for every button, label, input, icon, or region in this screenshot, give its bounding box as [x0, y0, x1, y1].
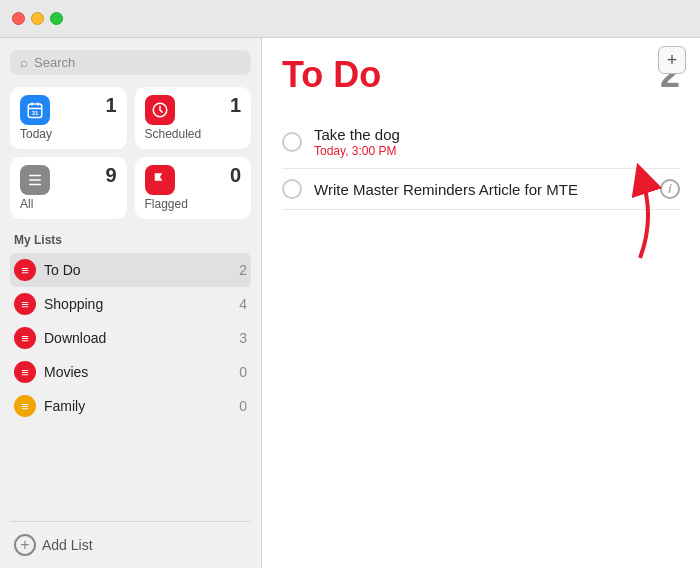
- all-count: 9: [105, 165, 116, 185]
- today-count: 1: [105, 95, 116, 115]
- reminder-item-2: Write Master Reminders Article for MTE i: [282, 169, 680, 210]
- movies-dot: ≡: [14, 361, 36, 383]
- svg-text:31: 31: [32, 110, 39, 116]
- scheduled-count: 1: [230, 95, 241, 115]
- family-count: 0: [239, 398, 247, 414]
- todo-name: To Do: [44, 262, 231, 278]
- reminder-check-1[interactable]: [282, 132, 302, 152]
- list-item-download[interactable]: ≡ Download 3: [10, 321, 251, 355]
- traffic-lights: [12, 12, 63, 25]
- titlebar: [0, 0, 700, 38]
- smart-list-all[interactable]: 9 All: [10, 157, 127, 219]
- app-container: ⌕ Search 31 1: [0, 38, 700, 568]
- scheduled-icon: [145, 95, 175, 125]
- add-list-button[interactable]: + Add List: [14, 534, 247, 556]
- download-dot: ≡: [14, 327, 36, 349]
- list-items: ≡ To Do 2 ≡ Shopping 4 ≡ Download 3: [10, 253, 251, 423]
- add-list-icon: +: [14, 534, 36, 556]
- download-count: 3: [239, 330, 247, 346]
- sidebar-footer: + Add List: [10, 521, 251, 568]
- search-placeholder: Search: [34, 55, 75, 70]
- shopping-dot: ≡: [14, 293, 36, 315]
- reminder-text-2: Write Master Reminders Article for MTE: [314, 181, 648, 198]
- list-item-family[interactable]: ≡ Family 0: [10, 389, 251, 423]
- svg-rect-8: [29, 184, 41, 186]
- shopping-name: Shopping: [44, 296, 231, 312]
- movies-count: 0: [239, 364, 247, 380]
- smart-list-scheduled[interactable]: 1 Scheduled: [135, 87, 252, 149]
- sidebar: ⌕ Search 31 1: [0, 38, 262, 568]
- flagged-label: Flagged: [145, 197, 242, 211]
- movies-name: Movies: [44, 364, 231, 380]
- smart-lists-grid: 31 1 Today 1 Schedul: [10, 87, 251, 219]
- flagged-count: 0: [230, 165, 241, 185]
- reminder-text-1: Take the dog Today, 3:00 PM: [314, 126, 680, 158]
- search-bar[interactable]: ⌕ Search: [10, 50, 251, 75]
- flagged-icon: [145, 165, 175, 195]
- reminder-subtitle-1: Today, 3:00 PM: [314, 144, 680, 158]
- smart-list-flagged[interactable]: 0 Flagged: [135, 157, 252, 219]
- add-list-label: Add List: [42, 537, 93, 553]
- reminder-item-1: Take the dog Today, 3:00 PM: [282, 116, 680, 169]
- main-title: To Do: [282, 54, 381, 96]
- today-icon: 31: [20, 95, 50, 125]
- smart-list-today[interactable]: 31 1 Today: [10, 87, 127, 149]
- list-item-shopping[interactable]: ≡ Shopping 4: [10, 287, 251, 321]
- my-lists-header: My Lists: [10, 233, 251, 247]
- todo-count: 2: [239, 262, 247, 278]
- download-name: Download: [44, 330, 231, 346]
- maximize-button[interactable]: [50, 12, 63, 25]
- all-icon: [20, 165, 50, 195]
- add-reminder-button[interactable]: +: [658, 46, 686, 74]
- minimize-button[interactable]: [31, 12, 44, 25]
- family-name: Family: [44, 398, 231, 414]
- reminder-title-1: Take the dog: [314, 126, 680, 143]
- close-button[interactable]: [12, 12, 25, 25]
- svg-rect-6: [29, 175, 41, 177]
- main-content: + To Do 2 Take the dog Today, 3:00 PM Wr…: [262, 38, 700, 568]
- todo-dot: ≡: [14, 259, 36, 281]
- svg-rect-7: [29, 179, 41, 181]
- today-label: Today: [20, 127, 117, 141]
- family-dot: ≡: [14, 395, 36, 417]
- main-header: To Do 2: [282, 54, 680, 96]
- reminder-list: Take the dog Today, 3:00 PM Write Master…: [282, 116, 680, 210]
- search-icon: ⌕: [20, 55, 28, 70]
- scheduled-label: Scheduled: [145, 127, 242, 141]
- shopping-count: 4: [239, 296, 247, 312]
- reminder-check-2[interactable]: [282, 179, 302, 199]
- list-item-todo[interactable]: ≡ To Do 2: [10, 253, 251, 287]
- all-label: All: [20, 197, 117, 211]
- list-item-movies[interactable]: ≡ Movies 0: [10, 355, 251, 389]
- reminder-title-2: Write Master Reminders Article for MTE: [314, 181, 648, 198]
- info-button-2[interactable]: i: [660, 179, 680, 199]
